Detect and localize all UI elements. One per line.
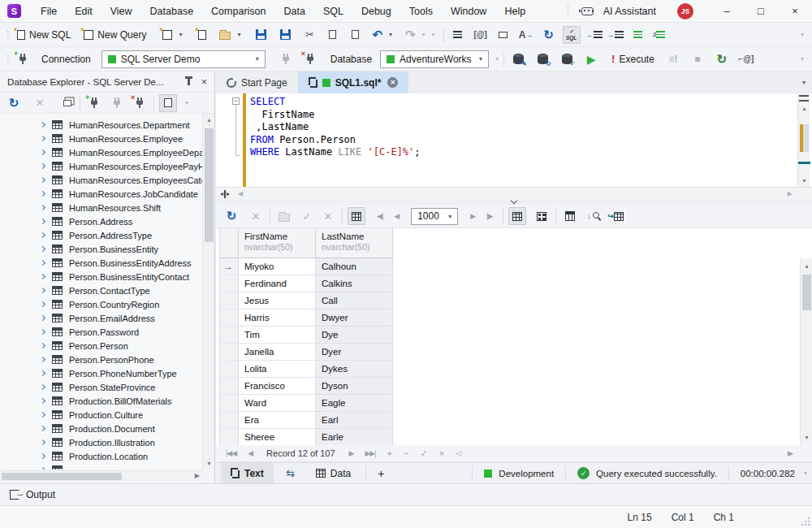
close-button[interactable]: × [778,0,812,23]
database-overflow-chevron-icon[interactable]: ▾ [495,55,499,63]
export-data-button[interactable] [275,207,293,225]
column-visibility-button[interactable] [561,207,579,225]
tree-item[interactable]: HumanResources.Shift [0,201,203,214]
explorer-disconnect-button[interactable]: × [131,94,149,112]
expand-chevron-icon[interactable] [40,219,45,224]
nav-scroll-left-icon[interactable]: ◁ [456,449,460,457]
table-row[interactable]: LolitaDykes [216,361,812,378]
scroll-down-icon[interactable]: ▼ [798,178,810,184]
cell-firstname[interactable]: Ferdinand [239,275,316,292]
editor-vertical-scrollbar[interactable]: ▲ ▼ [797,93,810,187]
expand-chevron-icon[interactable] [40,370,45,376]
last-page-icon[interactable]: |▶ [486,212,492,220]
cell-lastname[interactable]: Dykes [316,361,393,378]
expand-chevron-icon[interactable] [40,274,45,279]
duplicate-object-button[interactable] [159,94,177,112]
previous-record-icon[interactable]: ◀ [248,449,253,457]
cell-lastname[interactable]: Call [316,292,393,309]
expand-chevron-icon[interactable] [40,384,45,390]
rename-button[interactable] [495,26,512,44]
tab-close-icon[interactable]: ✕ [387,77,398,88]
cell-lastname[interactable]: Calhoun [316,258,393,275]
cell-firstname[interactable]: Miyoko [239,258,316,275]
cell-lastname[interactable]: Dyson [316,378,393,395]
tree-item[interactable]: Production.Location [0,449,203,463]
cell-lastname[interactable]: Dyer [316,344,393,361]
tree-item[interactable]: Production.Illustration [0,435,203,449]
explorer-horizontal-scrollbar[interactable]: ▶ [0,470,203,481]
card-view-button[interactable] [533,207,551,225]
tree-item[interactable]: Person.PhoneNumberType [0,366,203,380]
execute-button[interactable]: ! Execute [608,50,658,69]
explorer-toolbar-overflow-icon[interactable]: ▾ [185,99,188,106]
table-row[interactable]: →MiyokoCalhoun [216,258,812,275]
edit-parameters-button[interactable]: ⌐@] [737,50,755,68]
connect-button[interactable] [277,50,295,68]
tree-item[interactable]: HumanResources.JobCandidate [0,187,203,201]
menu-item-edit[interactable]: Edit [66,0,102,23]
scroll-down-icon[interactable]: ▼ [801,435,812,440]
connection-select[interactable]: SQL Server Demo ▾ [102,50,266,68]
scroll-up-icon[interactable]: ▲ [801,263,812,269]
toolbar-overflow-chevron-icon[interactable]: ▾ [432,31,435,38]
expand-chevron-icon[interactable] [40,205,45,210]
table-row[interactable]: JesusCall [216,292,812,309]
scrollbar-thumb[interactable] [802,275,811,310]
cell-firstname[interactable]: Janella [239,344,316,361]
scroll-right-icon[interactable]: ▶ [788,190,793,197]
scroll-down-icon[interactable]: ▼ [203,461,215,466]
expand-chevron-icon[interactable] [40,260,45,266]
comment-lines-button[interactable] [629,26,647,44]
open-file-chevron-icon[interactable]: ▾ [237,31,240,38]
save-button[interactable] [252,26,270,44]
menu-item-window[interactable]: Window [442,0,495,23]
next-page-icon[interactable]: ▶ [470,212,475,220]
parameters-button[interactable]: [@] [472,26,490,44]
scroll-up-icon[interactable]: ▲ [798,106,810,111]
previous-page-icon[interactable]: ◀ [394,212,399,220]
add-tab-button[interactable]: + [371,463,391,484]
expand-chevron-icon[interactable] [40,288,45,293]
first-record-icon[interactable]: |◀◀ [226,449,236,457]
last-record-icon[interactable]: ▶▶| [365,449,375,457]
splitter-handle-icon[interactable]: ◂▸ [220,190,230,198]
commit-edits-button[interactable]: ✓ [298,207,316,225]
stop-button[interactable]: ■ [689,50,706,68]
cascade-windows-button[interactable] [57,94,75,112]
cell-lastname[interactable]: Dwyer [316,309,393,327]
tree-item[interactable]: Person.ContactType [0,283,203,297]
duration-chevron-icon[interactable]: ▾ [804,470,807,477]
maximize-button[interactable]: □ [744,0,778,23]
new-sql-button[interactable]: * New SQL [14,25,74,45]
cut-button[interactable]: ✂ [300,26,318,44]
scroll-up-icon[interactable]: ▲ [203,117,215,123]
tree-item[interactable]: Production.Culture [0,408,203,422]
expand-chevron-icon[interactable] [40,329,45,335]
nav-scroll-right-icon[interactable]: ▶ [788,449,793,457]
refresh-database-button[interactable]: ↻ [533,50,551,68]
expand-chevron-icon[interactable] [40,357,45,362]
tree-item[interactable]: Person.StateProvince [0,380,203,394]
database-select[interactable]: AdventureWorks20... ▾ [380,50,489,68]
cell-firstname[interactable]: Jesus [239,292,316,309]
column-header-firstname[interactable]: FirstName nvarchar(50) [239,228,316,258]
commit-record-icon[interactable]: ✓ [420,448,427,459]
expand-chevron-icon[interactable] [40,412,45,418]
table-row[interactable]: EraEarl [216,412,812,429]
grid-vertical-scrollbar[interactable]: ▲ ▼ [800,258,812,445]
expand-chevron-icon[interactable] [40,453,45,459]
cell-lastname[interactable]: Calkins [316,275,393,292]
tree-item[interactable]: Person.Person [0,339,203,353]
tree-item[interactable]: Person.PersonPhone [0,353,203,366]
expand-chevron-icon[interactable] [40,246,45,252]
menu-item-help[interactable]: Help [495,0,534,23]
edit-database-button[interactable]: ✎ [509,50,527,68]
check-database-button[interactable]: ✓ [558,50,576,68]
query-history-button[interactable]: ↻ [713,50,731,68]
cancel-record-icon[interactable]: × [439,448,444,458]
results-refresh-button[interactable]: ↻ [222,207,240,225]
cell-firstname[interactable]: Sheree [239,429,316,446]
tab-start-page[interactable]: Start Page [216,71,298,93]
execute-play-button[interactable]: ▶ [582,50,600,68]
scroll-left-icon[interactable]: ◀ [238,190,243,197]
